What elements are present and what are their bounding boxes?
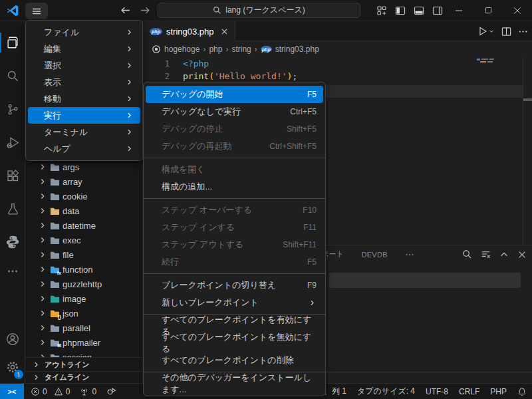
menu-item-disable-all-breakpoints[interactable]: すべてのブレークポイントを無効にする [146,334,323,352]
list-item[interactable]: data [25,203,143,218]
editor-more-actions-button[interactable] [518,27,528,37]
panel-more-tabs-icon[interactable] [405,250,414,259]
menu-item-run-without-debugging[interactable]: デバッグなしで実行Ctrl+F5 [146,103,323,120]
breadcrumb-item[interactable]: php [209,45,222,54]
clear-console-icon[interactable] [481,249,491,259]
ports-status[interactable]: 0 [79,387,96,396]
testing-icon[interactable] [0,196,25,222]
run-button[interactable] [477,26,495,37]
chevron-right-icon [125,45,134,53]
problems-status[interactable]: 0 0 [31,387,70,396]
menu-item-help[interactable]: ヘルプ [28,140,140,157]
menu-item-terminal[interactable]: ターミナル [28,124,140,140]
panel-search-icon[interactable] [462,249,472,259]
notifications-bell-icon[interactable] [517,387,527,396]
menu-item-new-breakpoint[interactable]: 新しいブレークポイント [146,294,323,311]
folder-name: parallel [63,323,90,333]
menu-item-go[interactable]: 移動 [28,90,140,107]
tab-string03-php[interactable]: php string03.php [143,21,235,41]
menu-item-install-additional-debuggers[interactable]: その他のデバッガーをインストールします... [146,375,323,392]
remote-indicator[interactable]: >< [0,384,24,399]
chevron-right-icon [38,206,47,215]
toggle-secondary-sidebar-button[interactable] [432,5,443,16]
run-debug-icon[interactable] [0,129,25,156]
menu-item-selection[interactable]: 選択 [28,57,140,74]
language-mode[interactable]: PHP [490,387,507,396]
timeline-section-header[interactable]: タイムライン [25,371,143,383]
breadcrumb-item[interactable]: hogehoge [164,45,200,54]
outline-section-header[interactable]: アウトライン [25,357,143,371]
menu-item-label: デバッグの開始 [162,88,307,100]
code-token: ; [292,71,297,81]
menu-button[interactable] [25,3,48,19]
back-button[interactable] [120,5,131,16]
list-item[interactable]: parallel [25,321,143,335]
breadcrumb-item[interactable]: string03.php [275,45,319,54]
list-item[interactable]: ✉ phpmailer [25,335,143,350]
menu-item-label: ブレークポイントの切り替え [162,279,307,291]
list-item[interactable]: datetime [25,218,143,233]
list-item[interactable]: file [25,247,143,262]
folder-name: guzzlehttp [63,279,102,289]
list-item[interactable]: cookie [25,189,143,203]
split-editor-button[interactable] [501,27,511,37]
code-token: ( [209,71,214,81]
list-item[interactable]: array [25,174,143,189]
breadcrumb-separator: › [203,45,205,54]
list-item[interactable]: {} json [25,306,143,321]
customize-layout-button[interactable] [376,5,387,16]
menu-item-edit[interactable]: 編集 [28,41,140,57]
menu-item-remove-all-breakpoints[interactable]: すべてのブレークポイントの削除 [146,352,323,369]
list-item[interactable]: guzzlehttp [25,277,143,291]
code-token: <?php [183,59,209,68]
maximize-button[interactable] [473,0,503,21]
explorer-icon[interactable] [0,29,25,56]
settings-gear-icon[interactable]: 1 [0,354,25,380]
menu-item-view[interactable]: 表示 [28,74,140,90]
menu-item-file[interactable]: ファイル [28,24,140,41]
folder-name: json [63,309,78,319]
menu-item-label: 構成の追加... [162,181,317,193]
menu-item-label: その他のデバッガーをインストールします... [162,372,317,396]
scrollbar-cursor-mark[interactable] [523,98,532,101]
tab-devdb[interactable]: DEVDB [361,251,387,259]
eol-sequence[interactable]: CRLF [459,387,479,396]
list-item[interactable]: fx function [25,262,143,277]
panel-input-field[interactable] [329,273,521,288]
title-bar: lang (ワークスペース) [0,0,532,21]
chevron-right-icon [38,352,47,357]
encoding[interactable]: UTF-8 [426,387,448,396]
menu-item-add-configuration[interactable]: 構成の追加... [146,178,323,196]
menu-item-run[interactable]: 実行 [28,107,140,124]
tab-close-icon[interactable] [221,28,228,35]
folder-icon [50,236,60,245]
extensions-icon[interactable] [0,162,25,189]
account-icon[interactable] [0,326,25,352]
search-view-icon[interactable] [0,63,25,89]
circle-dot-icon [152,45,161,54]
list-item[interactable]: args [25,160,143,174]
forward-button[interactable] [140,5,151,16]
panel-maximize-icon[interactable] [499,250,509,259]
menu-item-label: 表示 [44,76,125,88]
more-views-icon[interactable] [0,258,25,285]
toggle-panel-button[interactable] [414,5,424,16]
toggle-primary-sidebar-button[interactable] [395,5,406,16]
chevron-right-icon [38,235,47,245]
breadcrumb-item[interactable]: string [231,45,251,54]
close-window-button[interactable] [503,0,532,21]
list-item[interactable]: image [25,291,143,306]
menu-item-start-debugging[interactable]: デバッグの開始F5 [146,86,323,103]
folder-json-icon: {} [50,309,60,318]
indentation[interactable]: タブのサイズ: 4 [357,386,415,397]
debug-status[interactable] [106,386,116,396]
python-icon[interactable] [0,229,25,255]
search-box[interactable]: lang (ワークスペース) [158,3,360,18]
menu-item-toggle-breakpoint[interactable]: ブレークポイントの切り替えF9 [146,277,323,294]
menu-item-step-out: ステップ アウトするShift+F11 [146,236,323,253]
list-item[interactable]: exec [25,233,143,247]
source-control-icon[interactable] [0,96,25,122]
list-item[interactable]: session [25,350,143,357]
panel-close-icon[interactable] [517,250,527,259]
minimize-button[interactable] [444,0,473,21]
